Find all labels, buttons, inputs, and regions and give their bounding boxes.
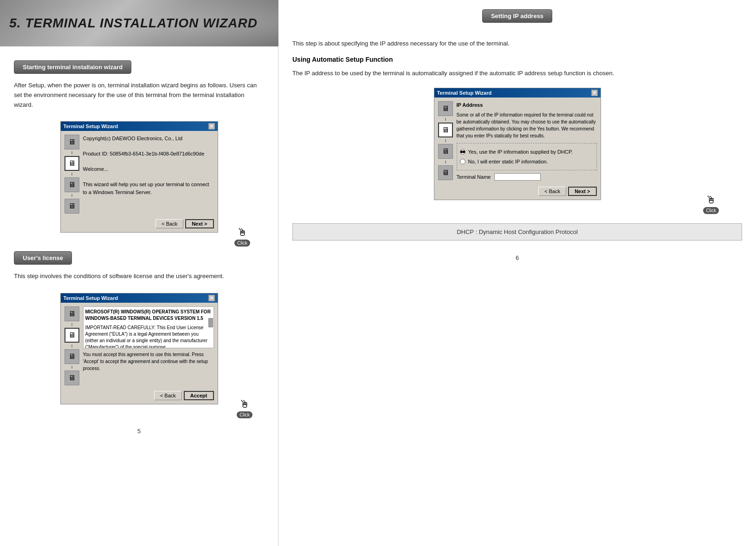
page-number-right: 6 (292, 254, 742, 261)
click-label-1: Click (234, 240, 250, 247)
dialog1-text: Copyright(c) DAEWOO Electronics, Co., Lt… (83, 135, 214, 214)
ip-wizard-icon-1: 🖥 (438, 101, 453, 116)
dialog2-text: MICROSOFT(R) WINDOWS(R) OPERATING SYSTEM… (83, 306, 214, 385)
wizard-icon-2-1: 🖥 (65, 306, 79, 321)
dialog1-title: Terminal Setup Wizard (64, 124, 118, 129)
ip-connector-1 (445, 118, 446, 121)
ip-dialog: Terminal Setup Wizard ✕ 🖥 🖥 🖥 🖥 IP Addre… (434, 88, 601, 200)
radio-static-icon (460, 159, 465, 164)
ip-dialog-wrapper: Terminal Setup Wizard ✕ 🖥 🖥 🖥 🖥 IP Addre… (292, 88, 742, 200)
wizard-dialog-1: Terminal Setup Wizard ✕ 🖥 🖥 🖥 🖥 (60, 121, 218, 233)
right-intro: This step is about specifying the IP add… (292, 39, 742, 49)
ip-radio-option-1[interactable]: Yes, use the IP information supplied by … (460, 148, 594, 156)
terminal-name-input[interactable] (494, 173, 541, 181)
ip-dialog-footer: < Back Next > (434, 185, 601, 200)
right-body-text: The IP address to be used by the termina… (292, 69, 742, 78)
ip-section-title: IP Address (457, 101, 597, 109)
dialog2-accept-button[interactable]: Accept (184, 391, 214, 400)
section1-label: Starting terminal installaion wizard (14, 60, 131, 74)
wizard-connector-2 (71, 173, 72, 176)
dialog1-back-button[interactable]: < Back (155, 219, 183, 228)
ip-wizard-icon-4: 🖥 (438, 165, 453, 180)
wizard-connector-2-3 (71, 366, 72, 369)
page-title: 5. TERMINAL INSTALLATION WIZARD (9, 16, 258, 31)
ip-connector-3 (445, 161, 446, 163)
dialog1-close[interactable]: ✕ (208, 123, 215, 130)
section2-intro: This step involves the conditions of sof… (14, 272, 264, 281)
dialog1-footer: < Back Next > (61, 217, 218, 232)
wizard-connector-2-2 (71, 344, 72, 347)
ip-dialog-text: IP Address Some or all of the IP informa… (457, 101, 597, 181)
wizard-icon-2-3: 🖥 (65, 349, 79, 364)
dialog2-icons: 🖥 🖥 🖥 🖥 (65, 306, 79, 385)
right-section-label: Setting IP address (482, 9, 552, 23)
ip-connector-2 (445, 139, 446, 142)
dialog2-titlebar: Terminal Setup Wizard ✕ (61, 293, 218, 303)
click-indicator-2: 🖱 Click (237, 398, 252, 418)
section-user-license: User's license This step involves the co… (14, 251, 264, 404)
wizard-icon-4: 🖥 (65, 199, 79, 214)
click-indicator-1: 🖱 Click (234, 227, 250, 247)
terminal-name-row: Terminal Name (457, 173, 597, 181)
section1-intro: After Setup, when the power is on, termi… (14, 81, 264, 110)
section-starting-wizard: Starting terminal installaion wizard Aft… (14, 60, 264, 233)
dialog1-titlebar: Terminal Setup Wizard ✕ (61, 122, 218, 131)
ip-description: Some or all of the IP information requir… (457, 111, 597, 139)
dhcp-note: DHCP : Dynamic Host Configuration Protoc… (292, 223, 742, 240)
ip-radio-label-1: Yes, use the IP information supplied by … (468, 148, 573, 156)
ip-radio-group: Yes, use the IP information supplied by … (457, 143, 597, 170)
license-text-area: MICROSOFT(R) WINDOWS(R) OPERATING SYSTEM… (83, 306, 214, 348)
dialog2-close[interactable]: ✕ (208, 295, 215, 301)
wizard-icon-1: 🖥 (65, 135, 79, 150)
dialog1-line2: Product ID: 50854fb3-6541-3e1b-f408-0e87… (83, 150, 214, 158)
wizard-icon-2: 🖥 (65, 156, 79, 171)
click-label-3: Click (703, 207, 719, 214)
ip-wizard-icon-2: 🖥 (438, 123, 453, 137)
click-indicator-3: 🖱 Click (703, 194, 719, 214)
dialog2-title: Terminal Setup Wizard (64, 295, 118, 301)
dialog1-line1: Copyright(c) DAEWOO Electronics, Co., Lt… (83, 135, 214, 143)
radio-dhcp-icon (460, 149, 465, 155)
ip-dialog-titlebar: Terminal Setup Wizard ✕ (434, 88, 601, 98)
dialog1-next-button[interactable]: Next > (185, 219, 213, 228)
license-text-2: IMPORTANT-READ CAREFULLY: This End User … (85, 325, 212, 348)
ip-radio-option-2[interactable]: No, I will enter static IP information. (460, 158, 594, 166)
wizard-connector-3 (71, 194, 72, 197)
click-label-2: Click (237, 411, 252, 418)
wizard-dialog-1-wrapper: Terminal Setup Wizard ✕ 🖥 🖥 🖥 🖥 (14, 121, 264, 233)
ip-dialog-close[interactable]: ✕ (591, 90, 598, 96)
wizard-icon-3: 🖥 (65, 177, 79, 192)
dialog1-line3: Welcome... (83, 165, 214, 173)
ip-back-button[interactable]: < Back (538, 187, 566, 196)
dialog2-footer: < Back Accept (61, 389, 218, 404)
dialog1-icons: 🖥 🖥 🖥 🖥 (65, 135, 79, 214)
right-section-header: Setting IP address (292, 9, 742, 30)
wizard-connector-2-1 (71, 323, 72, 326)
wizard-dialog-2-wrapper: Terminal Setup Wizard ✕ 🖥 🖥 🖥 🖥 (14, 293, 264, 404)
dialog2-back-button[interactable]: < Back (154, 391, 182, 400)
ip-wizard-icon-3: 🖥 (438, 144, 453, 159)
license-text-1: MICROSOFT(R) WINDOWS(R) OPERATING SYSTEM… (85, 309, 212, 322)
terminal-name-label: Terminal Name (457, 173, 491, 181)
wizard-icon-2-4: 🖥 (65, 370, 79, 385)
right-subtitle: Using Automatic Setup Function (292, 56, 742, 63)
section2-label: User's license (14, 251, 72, 265)
wizard-connector-1 (71, 151, 72, 154)
accept-note: You must accept this agreement to use th… (83, 351, 214, 372)
wizard-dialog-2: Terminal Setup Wizard ✕ 🖥 🖥 🖥 🖥 (60, 293, 218, 404)
ip-dialog-title: Terminal Setup Wizard (437, 90, 492, 96)
ip-radio-label-2: No, I will enter static IP information. (468, 158, 548, 166)
ip-next-button[interactable]: Next > (568, 187, 596, 196)
header-banner: 5. TERMINAL INSTALLATION WIZARD (0, 0, 278, 46)
right-page: Setting IP address This step is about sp… (278, 0, 756, 546)
wizard-icon-2-2: 🖥 (65, 328, 79, 343)
page-number-left: 5 (14, 428, 264, 435)
ip-dialog-icons: 🖥 🖥 🖥 🖥 (438, 101, 453, 181)
dialog1-line4: This wizard will help you set up your te… (83, 181, 214, 196)
